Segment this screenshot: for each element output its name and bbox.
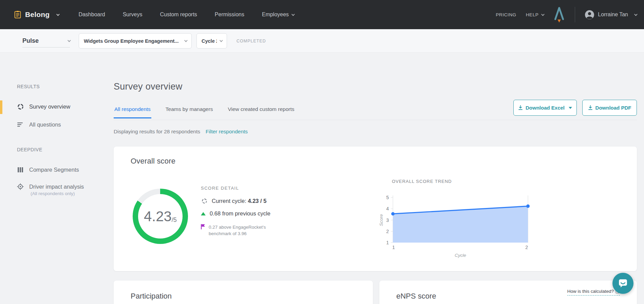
chevron-down-icon bbox=[291, 13, 295, 16]
nav-item-custom-reports[interactable]: Custom reports bbox=[160, 12, 197, 18]
chevron-down-icon bbox=[541, 13, 545, 16]
nav-item-employees-label: Employees bbox=[262, 12, 289, 18]
enps-card: eNPS score How is this calculated? bbox=[379, 281, 637, 304]
current-cycle-row: Current cycle: 4.23 / 5 bbox=[201, 197, 266, 204]
sidebar-item-label: Driver impact analysis bbox=[29, 184, 84, 190]
page-title: Survey overview bbox=[114, 81, 183, 92]
overall-score-max: /5 bbox=[172, 216, 177, 224]
sidebar-active-indicator bbox=[0, 100, 2, 114]
nav-item-surveys[interactable]: Surveys bbox=[123, 12, 143, 18]
overall-score-donut: 4.23 /5 bbox=[133, 189, 188, 244]
chevron-down-icon bbox=[68, 39, 71, 42]
benchmark-line1: 0.27 above EngageRocket's bbox=[209, 225, 266, 230]
chevron-down-icon bbox=[634, 13, 638, 16]
list-icon bbox=[17, 121, 24, 128]
nav-items: Dashboard Surveys Custom reports Permiss… bbox=[78, 12, 294, 18]
flag-icon bbox=[201, 224, 205, 229]
enps-title: eNPS score bbox=[396, 292, 436, 301]
cycle-select[interactable]: Cycle 2 bbox=[196, 33, 227, 49]
help-label: HELP bbox=[526, 12, 539, 17]
tab-teams-by-managers[interactable]: Teams by managers bbox=[165, 103, 214, 118]
sidebar-item-survey-overview[interactable]: Survey overview bbox=[17, 103, 70, 110]
delta-text: 0.68 from previous cycle bbox=[210, 210, 270, 217]
engagerocket-logo-icon bbox=[553, 6, 565, 23]
sidebar-section-results: RESULTS bbox=[17, 84, 40, 89]
overall-score-title: Overall score bbox=[131, 157, 175, 166]
download-icon bbox=[588, 105, 593, 110]
help-menu[interactable]: HELP bbox=[526, 12, 544, 17]
benchmark-row: 0.27 above EngageRocket's benchmark of 3… bbox=[201, 224, 266, 237]
results-count-text: Displaying results for 28 respondents bbox=[114, 129, 200, 135]
cycle-select-value: Cycle 2 bbox=[202, 38, 217, 44]
nav-right: PRICING HELP Lorraine Tan bbox=[496, 6, 637, 23]
brand-label: Belong bbox=[25, 11, 50, 19]
caret-down-icon bbox=[569, 107, 572, 109]
chat-launcher-button[interactable] bbox=[612, 273, 633, 294]
filter-bar: Pulse Widgets Group Employee Engagement.… bbox=[0, 29, 644, 53]
product-select-value: Pulse bbox=[22, 37, 39, 44]
participation-card: Participation bbox=[114, 281, 373, 304]
current-cycle-text: Current cycle: 4.23 / 5 bbox=[212, 198, 266, 204]
download-pdf-label: Download PDF bbox=[595, 105, 631, 111]
chevron-down-icon bbox=[56, 13, 60, 16]
donut-icon bbox=[17, 103, 24, 110]
overall-score-card: Overall score 4.23 /5 SCORE DETAIL Curre… bbox=[114, 147, 637, 271]
download-excel-button[interactable]: Download Excel bbox=[513, 100, 577, 116]
how-calculated-link[interactable]: How is this calculated? bbox=[567, 289, 620, 296]
pricing-link[interactable]: PRICING bbox=[496, 12, 516, 17]
filter-respondents-link[interactable]: Filter respondents bbox=[206, 129, 248, 135]
survey-status-badge: COMPLETED bbox=[236, 39, 266, 43]
how-calculated-text: How is this calculated? bbox=[567, 289, 614, 294]
triangle-up-icon bbox=[201, 212, 206, 215]
product-select[interactable]: Pulse bbox=[22, 35, 70, 48]
current-cycle-label: Current cycle: bbox=[212, 198, 248, 204]
svg-text:1: 1 bbox=[392, 245, 395, 250]
svg-text:2: 2 bbox=[386, 229, 389, 234]
user-menu[interactable]: Lorraine Tan bbox=[585, 10, 637, 20]
sidebar-item-subtext: (All respondents only) bbox=[31, 191, 75, 196]
cycle-icon bbox=[201, 197, 208, 204]
tab-all-respondents[interactable]: All respondents bbox=[114, 103, 151, 118]
clipboard-icon bbox=[14, 11, 21, 18]
nav-item-dashboard[interactable]: Dashboard bbox=[78, 12, 105, 18]
current-cycle-value: 4.23 / 5 bbox=[248, 198, 266, 204]
app-screen: Belong Dashboard Surveys Custom reports … bbox=[0, 0, 644, 304]
nav-item-permissions[interactable]: Permissions bbox=[215, 12, 244, 18]
sidebar-item-compare-segments[interactable]: Compare Segments bbox=[17, 166, 79, 173]
chevron-down-icon bbox=[220, 39, 223, 42]
sidebar-item-label: All questions bbox=[29, 121, 61, 128]
sidebar-item-driver-impact[interactable]: Driver impact analysis bbox=[17, 183, 84, 190]
download-pdf-button[interactable]: Download PDF bbox=[582, 100, 637, 116]
sidebar-item-all-questions[interactable]: All questions bbox=[17, 121, 61, 128]
delta-row: 0.68 from previous cycle bbox=[201, 210, 270, 217]
svg-text:4: 4 bbox=[386, 206, 389, 211]
download-excel-label: Download Excel bbox=[526, 105, 565, 111]
sidebar-item-label: Compare Segments bbox=[29, 167, 79, 173]
user-name: Lorraine Tan bbox=[598, 12, 628, 18]
survey-select-value: Widgets Group Employee Engagement... bbox=[84, 38, 178, 44]
brand-menu[interactable]: Belong bbox=[14, 11, 59, 19]
download-icon bbox=[518, 105, 523, 110]
nav-item-employees[interactable]: Employees bbox=[262, 12, 294, 18]
sidebar-section-deepdive: DEEPDIVE bbox=[17, 147, 42, 152]
survey-select[interactable]: Widgets Group Employee Engagement... bbox=[79, 33, 192, 49]
chat-bubble-icon bbox=[618, 278, 628, 288]
svg-text:3: 3 bbox=[386, 217, 389, 223]
sidebar-item-label: Survey overview bbox=[29, 103, 70, 110]
benchmark-text: 0.27 above EngageRocket's benchmark of 3… bbox=[209, 224, 266, 237]
donut-center: 4.23 /5 bbox=[138, 194, 183, 239]
svg-text:Score: Score bbox=[379, 214, 384, 226]
top-nav: Belong Dashboard Surveys Custom reports … bbox=[0, 0, 644, 29]
avatar bbox=[585, 10, 594, 20]
participation-title: Participation bbox=[131, 292, 172, 301]
trend-chart: 1234512CycleScore bbox=[379, 187, 549, 263]
results-line: Displaying results for 28 respondents Fi… bbox=[114, 129, 248, 135]
tab-view-custom-reports[interactable]: View created custom reports bbox=[227, 103, 295, 118]
target-icon bbox=[17, 183, 24, 190]
svg-text:5: 5 bbox=[386, 195, 389, 200]
benchmark-line2: benchmark of 3.96 bbox=[209, 231, 247, 236]
svg-text:1: 1 bbox=[386, 240, 389, 245]
columns-icon bbox=[17, 166, 24, 173]
chevron-down-icon bbox=[184, 39, 188, 42]
svg-text:Cycle: Cycle bbox=[455, 253, 466, 258]
